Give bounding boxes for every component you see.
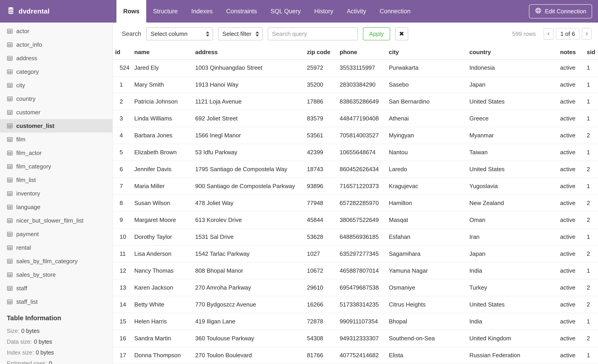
cell-city: Southend-on-Sea [387, 330, 467, 347]
grid-row[interactable]: 3 Linda Williams 692 Joliet Street 83579… [113, 110, 598, 127]
sidebar-table-item[interactable]: film_category [0, 160, 112, 173]
grid-row[interactable]: 12 Nancy Thomas 808 Bhopal Manor 10672 4… [113, 262, 598, 279]
table-information-panel: Table Information Size: 0 bytes Data siz… [0, 308, 112, 364]
column-header[interactable]: phone [337, 45, 387, 59]
grid-row[interactable]: 6 Jennifer Davis 1795 Santiago de Compos… [113, 161, 598, 178]
cell-notes: active [558, 110, 584, 127]
cell-name: Linda Williams [132, 110, 193, 127]
sidebar-table-item[interactable]: payment [0, 227, 112, 241]
nav-tab[interactable]: Indexes [185, 0, 220, 23]
cell-country: Taiwan [467, 144, 558, 161]
grid-row[interactable]: 11 Lisa Anderson 1542 Tarlac Parkway 102… [113, 245, 598, 262]
grid-row[interactable]: 10 Dorothy Taylor 1531 Sal Drive 53628 6… [113, 228, 598, 245]
sidebar-table-item[interactable]: film_list [0, 173, 112, 187]
sidebar-table-name: customer_list [16, 122, 54, 129]
column-select[interactable]: Select column [146, 27, 213, 40]
nav-tab[interactable]: Activity [340, 0, 373, 23]
sidebar-table-item[interactable]: staff [0, 282, 112, 295]
sidebar-table-item[interactable]: customer_list [0, 119, 112, 133]
edit-connection-button[interactable]: Edit Connection [529, 4, 592, 18]
nav-tab[interactable]: Rows [116, 0, 146, 23]
cell-phone: 448477190408 [337, 110, 387, 127]
grid-row[interactable]: 524 Jared Ely 1003 Qinhuangdao Street 25… [113, 59, 598, 76]
column-header[interactable]: notes [558, 45, 584, 59]
cell-address: 419 Iligan Lane [193, 313, 305, 330]
nav-tab[interactable]: Constraints [219, 0, 264, 23]
cell-id: 7 [113, 178, 132, 195]
sidebar-table-item[interactable]: category [0, 65, 112, 79]
sidebar-table-item[interactable]: city [0, 79, 112, 92]
clear-search-button[interactable]: ✖ [395, 27, 408, 40]
column-header[interactable]: address [193, 45, 305, 59]
sidebar-table-item[interactable]: address [0, 51, 112, 65]
column-header[interactable]: name [132, 45, 193, 59]
cell-name: Jared Ely [132, 59, 193, 76]
cell-notes: active [558, 59, 584, 76]
sidebar-table-item[interactable]: nicer_but_slower_film_list [0, 214, 112, 227]
cell-address: 1566 Inegl Manor [193, 127, 305, 144]
pagination-current-page: 1 of 6 [556, 28, 580, 40]
sidebar-table-item[interactable]: country [0, 92, 112, 105]
grid-row[interactable]: 15 Helen Harris 419 Iligan Lane 72878 99… [113, 313, 598, 330]
grid-row[interactable]: 5 Elizabeth Brown 53 Idfu Parkway 42399 … [113, 144, 598, 161]
grid-row[interactable]: 16 Sandra Martin 360 Toulouse Parkway 54… [113, 330, 598, 347]
sidebar-table-name: actor_info [16, 41, 42, 48]
grid-row[interactable]: 9 Margaret Moore 613 Korolev Drive 45844… [113, 211, 598, 228]
cell-phone: 465887807014 [337, 262, 387, 279]
cell-country: India [467, 262, 558, 279]
cell-phone: 648856936185 [337, 228, 387, 245]
pagination-prev-button[interactable]: ‹ [544, 28, 554, 40]
sidebar-table-item[interactable]: sales_by_store [0, 268, 112, 282]
cell-zip-code: 45844 [305, 211, 337, 228]
sidebar-table-item[interactable]: film_actor [0, 146, 112, 160]
column-header[interactable]: country [467, 45, 558, 59]
table-info-stat: Data size: 0 bytes [7, 336, 106, 347]
sidebar-table-item[interactable]: actor [0, 24, 112, 38]
pagination-next-button[interactable]: › [582, 28, 592, 40]
cell-id: 15 [113, 313, 132, 330]
apply-button[interactable]: Apply [363, 27, 390, 40]
sidebar-table-item[interactable]: rental [0, 241, 112, 254]
sidebar-table-item[interactable]: actor_info [0, 38, 112, 51]
cell-id: 8 [113, 195, 132, 211]
column-header[interactable]: id [113, 45, 132, 59]
sidebar-table-name: film_actor [16, 150, 42, 156]
grid-row[interactable]: 17 Donna Thompson 270 Toulon Boulevard 8… [113, 347, 598, 364]
column-header[interactable]: sid [584, 45, 598, 59]
sidebar-table-item[interactable]: inventory [0, 187, 112, 200]
nav-tab[interactable]: SQL Query [264, 0, 307, 23]
sidebar-table-name: city [16, 82, 25, 89]
grid-row[interactable]: 7 Maria Miller 900 Santiago de Compostel… [113, 178, 598, 195]
sidebar-table-item[interactable]: customer [0, 105, 112, 119]
column-header[interactable]: zip code [305, 45, 337, 59]
cell-country: Oman [467, 211, 558, 228]
grid-row[interactable]: 2 Patricia Johnson 1121 Loja Avenue 1788… [113, 93, 598, 110]
cell-id: 12 [113, 262, 132, 279]
sidebar-table-item[interactable]: staff_list [0, 295, 112, 308]
grid-row[interactable]: 4 Barbara Jones 1566 Inegl Manor 53561 7… [113, 127, 598, 144]
cell-sid: 2 [584, 279, 598, 296]
nav-tab[interactable]: Connection [373, 0, 417, 23]
search-query-input[interactable] [268, 27, 358, 40]
grid-row[interactable]: 8 Susan Wilson 478 Joliet Way 77948 6572… [113, 195, 598, 211]
cell-phone: 716571220373 [337, 178, 387, 195]
grid-row[interactable]: 1 Mary Smith 1913 Hanoi Way 35200 283033… [113, 76, 598, 93]
table-info-stat: Index size: 0 bytes [7, 347, 106, 358]
cell-name: Patricia Johnson [132, 93, 193, 110]
nav-tab[interactable]: Structure [146, 0, 185, 23]
sidebar-table-item[interactable]: sales_by_film_category [0, 254, 112, 268]
cell-name: Maria Miller [132, 178, 193, 195]
grid-row[interactable]: 13 Karen Jackson 270 Amroha Parkway 2961… [113, 279, 598, 296]
sidebar-table-item[interactable]: language [0, 200, 112, 214]
sidebar-table-item[interactable]: film [0, 133, 112, 146]
column-header[interactable]: city [387, 45, 467, 59]
nav-tab[interactable]: History [307, 0, 340, 23]
cell-sid: 2 [584, 127, 598, 144]
cell-id: 2 [113, 93, 132, 110]
cell-phone: 860452626434 [337, 161, 387, 178]
cell-zip-code: 81766 [305, 347, 337, 364]
grid-row[interactable]: 14 Betty White 770 Bydgoszcz Avenue 1626… [113, 296, 598, 313]
cell-city: Sagamihara [387, 245, 467, 262]
cell-phone: 838635286649 [337, 93, 387, 110]
filter-select[interactable]: Select filter [218, 27, 263, 40]
